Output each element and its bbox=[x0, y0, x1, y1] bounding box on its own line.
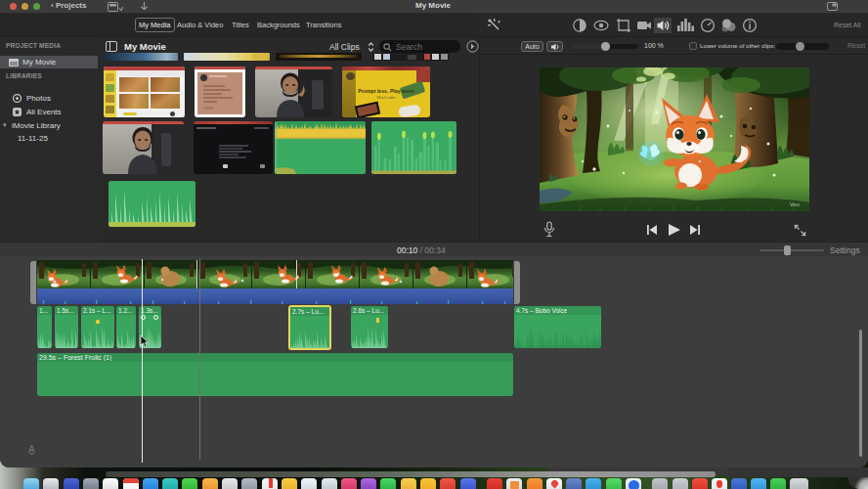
svg-text:Veo: Veo bbox=[790, 201, 801, 207]
